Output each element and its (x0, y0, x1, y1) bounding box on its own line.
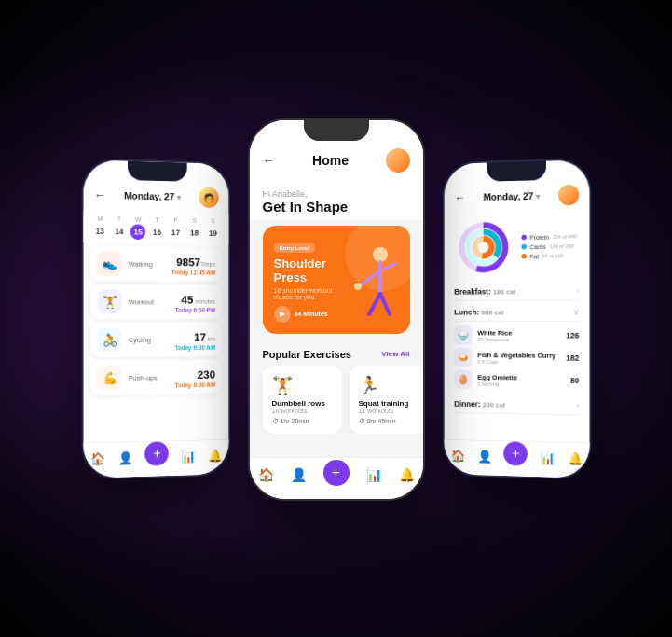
dinner-header[interactable]: Dinner: 200 cal › (454, 393, 579, 415)
lunch-cal: 388 cal (481, 308, 503, 315)
right-back-icon[interactable]: ← (454, 190, 465, 204)
right-nav-home-icon[interactable]: 🏠 (449, 447, 466, 464)
nav-profile-icon[interactable]: 👤 (117, 449, 133, 466)
walking-unit: Steps (200, 260, 215, 267)
squat-count: 11 workouts (359, 408, 419, 414)
day-sun[interactable]: S 19 (205, 217, 220, 241)
center-nav-home-icon[interactable]: 🏠 (258, 467, 274, 486)
left-phone: ← Monday, 27 ▾ 🧑 M 13 T 14 W 15 (81, 158, 229, 479)
dinner-arrow-icon[interactable]: › (576, 400, 579, 409)
hero-text: Entry Level Shoulder Press 16 shoulder w… (274, 237, 334, 323)
pushups-value: 230 (197, 367, 214, 381)
dinner-section: Dinner: 200 cal › (454, 393, 579, 415)
nav-add-button[interactable]: + (144, 441, 169, 465)
lunch-title: Lunch: 388 cal (454, 307, 503, 315)
play-btn[interactable]: ▶ 34 Minutes (274, 306, 334, 323)
nav-bell-icon[interactable]: 🔔 (206, 447, 223, 464)
carbs-values: 124 of 230 (549, 243, 573, 249)
activity-list: 👟 Walking 9857Steps Today 11:45 AM 🏋️ Wo… (83, 242, 228, 442)
center-title: Home (312, 153, 349, 168)
center-avatar[interactable] (386, 148, 410, 173)
lunch-items: 🍚 White Rice 25 Teaspoons 126 🍛 Fish & V… (454, 321, 579, 394)
carbs-dot (521, 243, 526, 249)
day-wed[interactable]: W 15 (130, 215, 145, 239)
breakfast-header[interactable]: Breakfast: 186 cal › (454, 280, 579, 301)
dropdown-icon[interactable]: ▾ (176, 193, 181, 201)
breakfast-title: Breakfast: 186 cal (454, 286, 515, 295)
meal-white-rice[interactable]: 🍚 White Rice 25 Teaspoons 126 (454, 325, 579, 345)
svg-line-6 (380, 294, 390, 314)
carbs-label: Carbs (529, 243, 545, 250)
legend-carbs: Carbs 124 of 230 (521, 242, 577, 249)
legend-fat: Fat 84 of 160 (521, 252, 577, 258)
svg-point-4 (354, 283, 362, 290)
back-arrow-icon[interactable]: ← (93, 187, 105, 201)
svg-point-0 (373, 247, 388, 262)
right-dropdown-icon[interactable]: ▾ (536, 192, 541, 201)
right-nav-bell-icon[interactable]: 🔔 (566, 450, 583, 467)
center-nav-bell-icon[interactable]: 🔔 (399, 467, 415, 486)
nav-stats-icon[interactable]: 📊 (179, 447, 196, 464)
hero-desc: 16 shoulder workout videos for you. (274, 287, 334, 300)
workout-value-block: 45 minutes Today 6:00 PM (174, 291, 215, 312)
activity-walking[interactable]: 👟 Walking 9857Steps Today 11:45 AM (90, 245, 222, 281)
right-screen: ← Monday, 27 ▾ (444, 159, 589, 478)
protein-dot (521, 234, 526, 240)
dumbbell-icon: 🏋️ (272, 375, 333, 395)
pushups-label: Push-ups (128, 373, 157, 381)
workout-icon: 🏋️ (97, 289, 121, 313)
exercise-dumbbell[interactable]: 🏋️ Dumbbell rows 16 workouts ⏱ 1hr 20min (263, 366, 342, 434)
greeting-main: Get In Shape (263, 199, 410, 215)
right-nav-add-button[interactable]: + (503, 441, 528, 465)
breakfast-cal: 186 cal (493, 287, 515, 295)
day-thu[interactable]: T 16 (149, 216, 164, 240)
activity-cycling[interactable]: 🚴 Cycling 17 km Today 9:00 AM (90, 322, 222, 356)
center-nav-stats-icon[interactable]: 📊 (366, 467, 382, 486)
center-back-icon[interactable]: ← (263, 153, 276, 168)
meal-fish-curry[interactable]: 🍛 Fish & Vegetables Curry 1.5 Cups 182 (454, 347, 579, 367)
cycling-time: Today 9:00 AM (174, 343, 215, 350)
view-all-link[interactable]: View All (381, 350, 409, 358)
right-avatar[interactable] (557, 184, 578, 205)
egg-omlette-cal: 80 (569, 376, 578, 384)
play-circle-icon[interactable]: ▶ (274, 306, 291, 323)
right-phone: ← Monday, 27 ▾ (442, 158, 590, 479)
section-title: Popular Exercises (263, 349, 351, 360)
day-mon[interactable]: M 13 (91, 215, 107, 239)
right-nav-profile-icon[interactable]: 👤 (476, 447, 493, 464)
avatar[interactable]: 🧑 (199, 187, 218, 207)
breakfast-arrow-icon[interactable]: › (576, 285, 579, 295)
dumbbell-count: 16 workouts (272, 408, 333, 414)
fat-dot (521, 253, 526, 258)
nutrition-chart: Protein 324 of 640 Carbs 124 of 230 Fat … (444, 212, 589, 281)
white-rice-portion: 25 Teaspoons (477, 336, 560, 341)
right-title: Monday, 27 ▾ (483, 190, 540, 201)
activity-workout[interactable]: 🏋️ Workout 45 minutes Today 6:00 PM (90, 284, 222, 318)
lunch-header[interactable]: Lunch: 388 cal ∨ (454, 300, 579, 321)
day-sat[interactable]: S 18 (186, 217, 201, 241)
legend-protein: Protein 324 of 640 (521, 233, 577, 240)
hero-title: Shoulder Press (274, 256, 334, 285)
workout-time: Today 6:00 PM (174, 306, 215, 312)
right-nav-stats-icon[interactable]: 📊 (538, 449, 555, 466)
activity-pushups[interactable]: 💪 Push-ups 230 Today 8:00 AM (90, 359, 222, 395)
meal-egg-omlette[interactable]: 🥚 Egg Omlette 1 Serving 80 (454, 369, 579, 390)
center-nav-add-button[interactable]: + (323, 460, 350, 486)
day-fri[interactable]: F 17 (168, 216, 183, 240)
walking-value: 9857 (176, 255, 200, 268)
center-nav-profile-icon[interactable]: 👤 (291, 467, 307, 486)
exercises-row: 🏋️ Dumbbell rows 16 workouts ⏱ 1hr 20min… (250, 366, 423, 434)
fish-curry-name: Fish & Vegetables Curry (477, 351, 560, 359)
right-phone-notch (486, 160, 545, 181)
meals-list: Breakfast: 186 cal › Lunch: 388 cal ∨ 🍚 (444, 280, 589, 416)
nav-home-icon[interactable]: 🏠 (89, 450, 106, 467)
dumbbell-time: ⏱ 1hr 20min (272, 418, 333, 424)
workout-label: Workout (128, 298, 153, 305)
left-screen: ← Monday, 27 ▾ 🧑 M 13 T 14 W 15 (83, 159, 228, 478)
lunch-arrow-icon[interactable]: ∨ (572, 306, 579, 315)
entry-badge: Entry Level (274, 243, 315, 253)
cycling-value: 17 (194, 330, 206, 343)
day-tue[interactable]: T 14 (111, 215, 127, 239)
exercise-squat[interactable]: 🏃 Squat training 11 workouts ⏱ 0hr 45min (350, 366, 423, 434)
hero-card[interactable]: Entry Level Shoulder Press 16 shoulder w… (263, 226, 410, 334)
